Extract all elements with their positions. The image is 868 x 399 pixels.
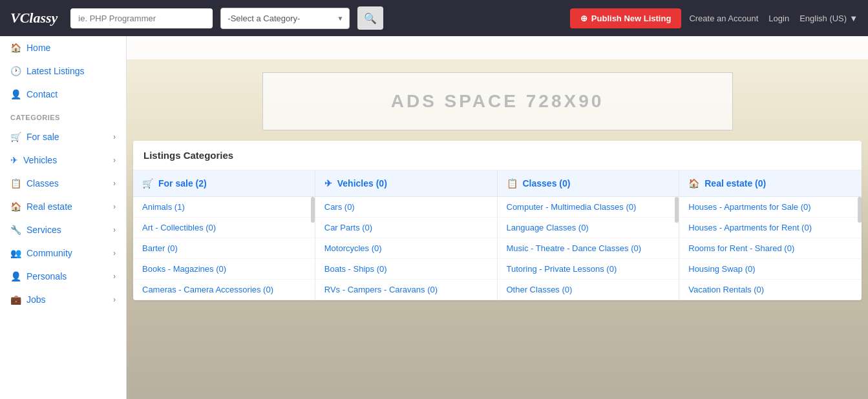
list-item[interactable]: Car Parts (0)	[315, 218, 497, 238]
search-input[interactable]	[70, 8, 213, 28]
list-item[interactable]: Cameras - Camera Accessories (0)	[133, 280, 315, 300]
thin-banner	[127, 36, 868, 59]
sidebar-item-classes[interactable]: 📋Classes ›	[0, 172, 126, 195]
cart-icon: 🛒	[142, 178, 153, 189]
vehicles-list: Cars (0) Car Parts (0) Motorcycles (0) B…	[315, 197, 497, 300]
list-item[interactable]: Houses - Apartments for Rent (0)	[679, 218, 862, 238]
chevron-icon: ›	[113, 225, 116, 234]
listings-categories-header: Listings Categories	[133, 141, 862, 170]
sidebar-item-for-sale[interactable]: 🛒For sale ›	[0, 125, 126, 148]
header: VClassy -Select a Category- 🔍 ⊕ Publish …	[0, 0, 868, 36]
chevron-icon: ›	[113, 179, 116, 188]
chevron-down-icon: ▼	[849, 14, 858, 23]
list-item[interactable]: Language Classes (0)	[498, 218, 679, 238]
scrollbar[interactable]	[858, 197, 862, 223]
list-item[interactable]: Music - Theatre - Dance Classes (0)	[498, 238, 679, 259]
vehicles-header[interactable]: ✈ Vehicles (0)	[315, 170, 497, 197]
list-item[interactable]: Tutoring - Private Lessons (0)	[498, 259, 679, 280]
list-item[interactable]: Houses - Apartments for Sale (0)	[679, 197, 862, 218]
listings-categories-section: Listings Categories 🛒 For sale (2) Anima…	[133, 141, 862, 300]
login-link[interactable]: Login	[768, 14, 789, 23]
vehicle-icon: ✈	[324, 178, 332, 189]
sidebar-item-services[interactable]: 🔧Services ›	[0, 218, 126, 241]
categories-section-title: CATEGORIES	[0, 106, 126, 125]
list-item[interactable]: Vacation Rentals (0)	[679, 280, 862, 300]
category-select-wrapper: -Select a Category-	[220, 8, 350, 29]
content-area: ADS SPACE 728X90 Listings Categories 🛒 F…	[127, 36, 868, 399]
list-item[interactable]: Art - Collectibles (0)	[133, 218, 315, 238]
search-icon: 🔍	[364, 12, 377, 25]
category-col-vehicles: ✈ Vehicles (0) Cars (0) Car Parts (0) Mo…	[315, 170, 498, 300]
category-col-real-estate: 🏠 Real estate (0) Houses - Apartments fo…	[679, 170, 862, 300]
category-col-classes: 📋 Classes (0) Computer - Multimedia Clas…	[498, 170, 680, 300]
create-account-link[interactable]: Create an Account	[689, 14, 758, 23]
chevron-icon: ›	[113, 202, 116, 211]
scrollbar[interactable]	[311, 197, 315, 223]
list-item[interactable]: Boats - Ships (0)	[315, 259, 497, 280]
real-estate-icon: 🏠	[688, 178, 699, 189]
classes-icon: 📋	[10, 178, 21, 189]
clock-icon: 🕐	[10, 66, 21, 76]
sidebar-item-real-estate[interactable]: 🏠Real estate ›	[0, 195, 126, 218]
personals-icon: 👤	[10, 271, 21, 281]
sidebar-item-contact[interactable]: 👤 Contact	[0, 83, 126, 106]
cart-icon: 🛒	[10, 132, 21, 142]
home-icon: 🏠	[10, 43, 21, 53]
community-icon: 👥	[10, 248, 21, 258]
real-estate-icon: 🏠	[10, 201, 21, 212]
jobs-icon: 💼	[10, 294, 21, 305]
categories-grid: 🛒 For sale (2) Animals (1) Art - Collect…	[133, 170, 862, 300]
chevron-icon: ›	[113, 156, 116, 165]
category-col-for-sale: 🛒 For sale (2) Animals (1) Art - Collect…	[133, 170, 315, 300]
for-sale-header[interactable]: 🛒 For sale (2)	[133, 170, 315, 197]
chevron-icon: ›	[113, 249, 116, 258]
search-button[interactable]: 🔍	[357, 6, 383, 30]
classes-icon: 📋	[507, 178, 518, 189]
plus-icon: ⊕	[580, 14, 587, 23]
sidebar: 🏠 Home 🕐 Latest Listings 👤 Contact CATEG…	[0, 36, 127, 399]
classes-list: Computer - Multimedia Classes (0) Langua…	[498, 197, 679, 300]
sidebar-item-community[interactable]: 👥Community ›	[0, 241, 126, 265]
header-links: Create an Account Login English (US) ▼	[689, 14, 858, 23]
ad-space-container: ADS SPACE 728X90	[127, 59, 868, 130]
list-item[interactable]: Barter (0)	[133, 238, 315, 259]
sidebar-item-personals[interactable]: 👤Personals ›	[0, 265, 126, 288]
list-item[interactable]: Computer - Multimedia Classes (0)	[498, 197, 679, 218]
category-select[interactable]: -Select a Category-	[220, 8, 350, 29]
sidebar-item-vehicles[interactable]: ✈Vehicles ›	[0, 148, 126, 172]
language-selector[interactable]: English (US) ▼	[799, 14, 858, 23]
logo[interactable]: VClassy	[10, 10, 58, 26]
services-icon: 🔧	[10, 225, 21, 235]
contact-icon: 👤	[10, 89, 21, 99]
list-item[interactable]: RVs - Campers - Caravans (0)	[315, 280, 497, 300]
list-item[interactable]: Animals (1)	[133, 197, 315, 218]
publish-button[interactable]: ⊕ Publish New Listing	[570, 8, 682, 28]
sidebar-item-latest-listings[interactable]: 🕐 Latest Listings	[0, 59, 126, 83]
chevron-icon: ›	[113, 132, 116, 141]
real-estate-header[interactable]: 🏠 Real estate (0)	[679, 170, 862, 197]
list-item[interactable]: Other Classes (0)	[498, 280, 679, 300]
vehicle-icon: ✈	[10, 155, 18, 165]
scrollbar[interactable]	[675, 197, 679, 223]
list-item[interactable]: Cars (0)	[315, 197, 497, 218]
list-item[interactable]: Books - Magazines (0)	[133, 259, 315, 280]
chevron-icon: ›	[113, 295, 116, 304]
for-sale-list: Animals (1) Art - Collectibles (0) Barte…	[133, 197, 315, 300]
sidebar-item-home[interactable]: 🏠 Home	[0, 36, 126, 59]
real-estate-list: Houses - Apartments for Sale (0) Houses …	[679, 197, 862, 300]
chevron-icon: ›	[113, 272, 116, 281]
list-item[interactable]: Rooms for Rent - Shared (0)	[679, 238, 862, 259]
ad-space: ADS SPACE 728X90	[262, 72, 733, 130]
main-layout: 🏠 Home 🕐 Latest Listings 👤 Contact CATEG…	[0, 36, 868, 399]
list-item[interactable]: Motorcycles (0)	[315, 238, 497, 259]
classes-header[interactable]: 📋 Classes (0)	[498, 170, 679, 197]
sidebar-item-jobs[interactable]: 💼Jobs ›	[0, 288, 126, 311]
list-item[interactable]: Housing Swap (0)	[679, 259, 862, 280]
